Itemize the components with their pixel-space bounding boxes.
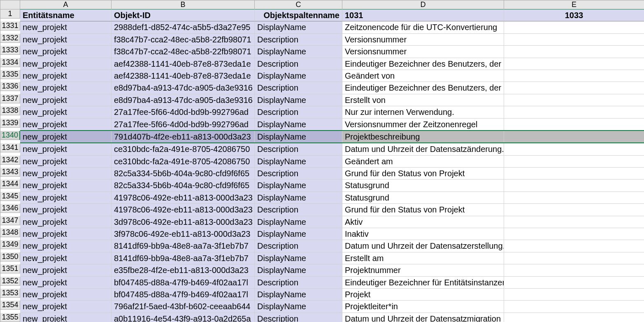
row-header-1341[interactable]: 1341 [0, 143, 20, 152]
cell-A1341[interactable]: new_projekt [20, 143, 112, 155]
cell-B1332[interactable]: f38c47b7-cca2-48ec-a5b8-22fb98071 [112, 34, 255, 46]
cell-E1344[interactable] [504, 180, 644, 191]
cell-E1337[interactable] [504, 94, 644, 106]
cell-D1331[interactable]: Zeitzonencode für die UTC-Konvertierung [342, 21, 504, 33]
header-cell-C[interactable]: Objektspaltenname [255, 9, 342, 21]
cell-E1349[interactable] [504, 240, 644, 252]
row-header-1347[interactable]: 1347 [0, 216, 20, 225]
cell-E1341[interactable] [504, 143, 644, 155]
row-header-1349[interactable]: 1349 [0, 240, 20, 249]
cell-C1341[interactable]: Description [255, 143, 342, 155]
cell-C1332[interactable]: Description [255, 34, 342, 46]
row-header-1353[interactable]: 1353 [0, 289, 20, 298]
cell-C1335[interactable]: DisplayName [255, 70, 342, 82]
cell-E1353[interactable] [504, 289, 644, 301]
cell-B1331[interactable]: 2988def1-d852-474c-a5b5-d3a27e95 [112, 21, 255, 33]
cell-A1342[interactable]: new_projekt [20, 156, 112, 168]
cell-A1336[interactable]: new_projekt [20, 82, 112, 94]
cell-C1349[interactable]: Description [255, 240, 342, 252]
row-header-1339[interactable]: 1339 [0, 119, 20, 128]
column-header-C[interactable]: C [255, 0, 342, 9]
cell-A1345[interactable]: new_projekt [20, 192, 112, 204]
cell-D1344[interactable]: Statusgrund [342, 180, 504, 191]
cell-A1338[interactable]: new_projekt [20, 106, 112, 118]
cell-E1343[interactable] [504, 168, 644, 180]
cell-B1349[interactable]: 8141df69-bb9a-48e8-aa7a-3f1eb7b7 [112, 240, 255, 252]
cell-E1351[interactable] [504, 264, 644, 276]
cell-D1343[interactable]: Grund für den Status von Projekt [342, 168, 504, 180]
row-header-1352[interactable]: 1352 [0, 277, 20, 286]
cell-C1348[interactable]: DisplayName [255, 228, 342, 240]
cell-D1339[interactable]: Versionsnummer der Zeitzonenregel [342, 119, 504, 131]
header-cell-D[interactable]: 1031 [342, 9, 504, 21]
row-header-1334[interactable]: 1334 [0, 58, 20, 67]
cell-A1353[interactable]: new_projekt [20, 289, 112, 301]
cell-B1336[interactable]: e8d97ba4-a913-47dc-a905-da3e9316 [112, 82, 255, 94]
cell-D1332[interactable]: Versionsnummer [342, 34, 504, 46]
row-header-1335[interactable]: 1335 [0, 70, 20, 79]
cell-B1334[interactable]: aef42388-1141-40eb-87e8-873eda1e [112, 58, 255, 70]
row-header-1351[interactable]: 1351 [0, 264, 20, 273]
cell-D1334[interactable]: Eindeutiger Bezeichner des Benutzers, de… [342, 58, 504, 70]
cell-E1355[interactable] [504, 313, 644, 322]
cell-E1332[interactable] [504, 34, 644, 46]
header-cell-E[interactable]: 1033 [504, 9, 644, 21]
cell-A1355[interactable]: new_projekt [20, 313, 112, 322]
cell-D1345[interactable]: Statusgrund [342, 192, 504, 204]
cell-D1354[interactable]: Projektleiter*in [342, 301, 504, 313]
row-header-1332[interactable]: 1332 [0, 34, 20, 43]
cell-D1333[interactable]: Versionsnummer [342, 46, 504, 58]
select-all-corner[interactable] [0, 0, 20, 9]
cell-B1342[interactable]: ce310bdc-fa2a-491e-8705-42086750 [112, 156, 255, 168]
cell-B1344[interactable]: 82c5a334-5b6b-404a-9c80-cfd9f6f65 [112, 180, 255, 191]
cell-D1337[interactable]: Erstellt von [342, 94, 504, 106]
cell-D1355[interactable]: Datum und Uhrzeit der Datensatzmigration [342, 313, 504, 322]
cell-D1352[interactable]: Eindeutiger Bezeichner für Entitätsinsta… [342, 277, 504, 289]
row-header-1348[interactable]: 1348 [0, 228, 20, 237]
cell-D1342[interactable]: Geändert am [342, 156, 504, 168]
cell-E1346[interactable] [504, 204, 644, 216]
spreadsheet-grid[interactable]: ABCDE1EntitätsnameObjekt-IDObjektspalten… [0, 0, 644, 322]
row-header-1343[interactable]: 1343 [0, 168, 20, 177]
row-header-1340[interactable]: 1340 [0, 131, 20, 140]
cell-B1352[interactable]: bf047485-d88a-47f9-b469-4f02aa17l [112, 277, 255, 289]
cell-C1331[interactable]: DisplayName [255, 21, 342, 33]
cell-B1338[interactable]: 27a17fee-5f66-4d0d-bd9b-992796ad [112, 106, 255, 118]
row-header-1331[interactable]: 1331 [0, 21, 20, 30]
cell-A1343[interactable]: new_projekt [20, 168, 112, 180]
cell-E1345[interactable] [504, 192, 644, 204]
cell-A1350[interactable]: new_projekt [20, 252, 112, 264]
cell-D1335[interactable]: Geändert von [342, 70, 504, 82]
cell-C1350[interactable]: DisplayName [255, 252, 342, 264]
cell-B1335[interactable]: aef42388-1141-40eb-87e8-873eda1e [112, 70, 255, 82]
cell-D1347[interactable]: Aktiv [342, 216, 504, 228]
cell-E1352[interactable] [504, 277, 644, 289]
cell-A1335[interactable]: new_projekt [20, 70, 112, 82]
cell-C1345[interactable]: DisplayName [255, 192, 342, 204]
row-header-1350[interactable]: 1350 [0, 252, 20, 261]
cell-E1354[interactable] [504, 301, 644, 313]
cell-C1343[interactable]: Description [255, 168, 342, 180]
cell-B1345[interactable]: 41978c06-492e-eb11-a813-000d3a23 [112, 192, 255, 204]
cell-B1354[interactable]: 796af21f-5aed-43bf-b602-ceeaab644 [112, 301, 255, 313]
cell-C1338[interactable]: Description [255, 106, 342, 118]
cell-E1338[interactable] [504, 106, 644, 118]
column-header-B[interactable]: B [112, 0, 255, 9]
header-cell-A[interactable]: Entitätsname [20, 9, 112, 21]
cell-E1336[interactable] [504, 82, 644, 94]
cell-C1346[interactable]: Description [255, 204, 342, 216]
cell-A1339[interactable]: new_projekt [20, 119, 112, 131]
cell-D1350[interactable]: Erstellt am [342, 252, 504, 264]
row-header-1346[interactable]: 1346 [0, 204, 20, 213]
cell-A1331[interactable]: new_projekt [20, 21, 112, 33]
cell-A1346[interactable]: new_projekt [20, 204, 112, 216]
cell-E1334[interactable] [504, 58, 644, 70]
cell-A1351[interactable]: new_projekt [20, 264, 112, 276]
cell-E1340[interactable] [504, 131, 644, 143]
cell-D1341[interactable]: Datum und Uhrzeit der Datensatzänderung. [342, 143, 504, 155]
cell-E1335[interactable] [504, 70, 644, 82]
cell-A1344[interactable]: new_projekt [20, 180, 112, 191]
cell-A1333[interactable]: new_projekt [20, 46, 112, 58]
column-header-A[interactable]: A [20, 0, 112, 9]
cell-E1347[interactable] [504, 216, 644, 228]
